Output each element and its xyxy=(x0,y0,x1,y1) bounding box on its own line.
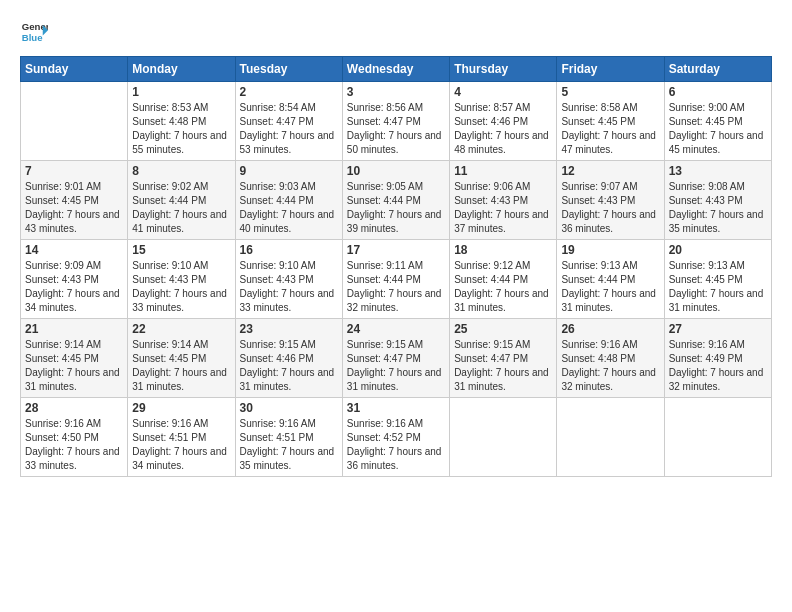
weekday-saturday: Saturday xyxy=(664,57,771,82)
day-number: 31 xyxy=(347,401,445,415)
day-info: Sunrise: 9:09 AMSunset: 4:43 PMDaylight:… xyxy=(25,259,123,315)
day-info: Sunrise: 9:12 AMSunset: 4:44 PMDaylight:… xyxy=(454,259,552,315)
day-cell: 18Sunrise: 9:12 AMSunset: 4:44 PMDayligh… xyxy=(450,240,557,319)
weekday-friday: Friday xyxy=(557,57,664,82)
day-cell: 11Sunrise: 9:06 AMSunset: 4:43 PMDayligh… xyxy=(450,161,557,240)
day-number: 30 xyxy=(240,401,338,415)
day-info: Sunrise: 8:54 AMSunset: 4:47 PMDaylight:… xyxy=(240,101,338,157)
day-cell: 30Sunrise: 9:16 AMSunset: 4:51 PMDayligh… xyxy=(235,398,342,477)
day-cell: 25Sunrise: 9:15 AMSunset: 4:47 PMDayligh… xyxy=(450,319,557,398)
day-info: Sunrise: 9:15 AMSunset: 4:47 PMDaylight:… xyxy=(454,338,552,394)
weekday-tuesday: Tuesday xyxy=(235,57,342,82)
day-info: Sunrise: 9:13 AMSunset: 4:44 PMDaylight:… xyxy=(561,259,659,315)
day-info: Sunrise: 9:16 AMSunset: 4:51 PMDaylight:… xyxy=(240,417,338,473)
calendar-page: General Blue SundayMondayTuesdayWednesda… xyxy=(0,0,792,612)
day-number: 1 xyxy=(132,85,230,99)
header: General Blue xyxy=(20,18,772,46)
day-cell xyxy=(557,398,664,477)
day-info: Sunrise: 9:07 AMSunset: 4:43 PMDaylight:… xyxy=(561,180,659,236)
day-info: Sunrise: 9:15 AMSunset: 4:46 PMDaylight:… xyxy=(240,338,338,394)
day-cell: 28Sunrise: 9:16 AMSunset: 4:50 PMDayligh… xyxy=(21,398,128,477)
day-cell: 3Sunrise: 8:56 AMSunset: 4:47 PMDaylight… xyxy=(342,82,449,161)
day-info: Sunrise: 9:16 AMSunset: 4:51 PMDaylight:… xyxy=(132,417,230,473)
day-number: 6 xyxy=(669,85,767,99)
day-info: Sunrise: 9:06 AMSunset: 4:43 PMDaylight:… xyxy=(454,180,552,236)
weekday-header-row: SundayMondayTuesdayWednesdayThursdayFrid… xyxy=(21,57,772,82)
week-row-1: 1Sunrise: 8:53 AMSunset: 4:48 PMDaylight… xyxy=(21,82,772,161)
day-number: 27 xyxy=(669,322,767,336)
day-cell: 10Sunrise: 9:05 AMSunset: 4:44 PMDayligh… xyxy=(342,161,449,240)
day-info: Sunrise: 9:15 AMSunset: 4:47 PMDaylight:… xyxy=(347,338,445,394)
day-number: 26 xyxy=(561,322,659,336)
day-cell: 8Sunrise: 9:02 AMSunset: 4:44 PMDaylight… xyxy=(128,161,235,240)
day-info: Sunrise: 9:01 AMSunset: 4:45 PMDaylight:… xyxy=(25,180,123,236)
day-number: 10 xyxy=(347,164,445,178)
day-info: Sunrise: 9:10 AMSunset: 4:43 PMDaylight:… xyxy=(132,259,230,315)
logo: General Blue xyxy=(20,18,48,46)
day-cell: 2Sunrise: 8:54 AMSunset: 4:47 PMDaylight… xyxy=(235,82,342,161)
day-number: 12 xyxy=(561,164,659,178)
day-cell: 22Sunrise: 9:14 AMSunset: 4:45 PMDayligh… xyxy=(128,319,235,398)
day-cell: 5Sunrise: 8:58 AMSunset: 4:45 PMDaylight… xyxy=(557,82,664,161)
calendar-table: SundayMondayTuesdayWednesdayThursdayFrid… xyxy=(20,56,772,477)
day-number: 8 xyxy=(132,164,230,178)
day-cell: 26Sunrise: 9:16 AMSunset: 4:48 PMDayligh… xyxy=(557,319,664,398)
day-number: 17 xyxy=(347,243,445,257)
day-number: 19 xyxy=(561,243,659,257)
day-info: Sunrise: 9:02 AMSunset: 4:44 PMDaylight:… xyxy=(132,180,230,236)
day-cell: 24Sunrise: 9:15 AMSunset: 4:47 PMDayligh… xyxy=(342,319,449,398)
day-number: 16 xyxy=(240,243,338,257)
day-info: Sunrise: 8:57 AMSunset: 4:46 PMDaylight:… xyxy=(454,101,552,157)
day-number: 3 xyxy=(347,85,445,99)
day-number: 2 xyxy=(240,85,338,99)
day-info: Sunrise: 9:08 AMSunset: 4:43 PMDaylight:… xyxy=(669,180,767,236)
day-cell: 15Sunrise: 9:10 AMSunset: 4:43 PMDayligh… xyxy=(128,240,235,319)
week-row-5: 28Sunrise: 9:16 AMSunset: 4:50 PMDayligh… xyxy=(21,398,772,477)
weekday-sunday: Sunday xyxy=(21,57,128,82)
day-number: 5 xyxy=(561,85,659,99)
day-cell: 20Sunrise: 9:13 AMSunset: 4:45 PMDayligh… xyxy=(664,240,771,319)
day-info: Sunrise: 8:53 AMSunset: 4:48 PMDaylight:… xyxy=(132,101,230,157)
day-cell: 27Sunrise: 9:16 AMSunset: 4:49 PMDayligh… xyxy=(664,319,771,398)
day-number: 13 xyxy=(669,164,767,178)
week-row-3: 14Sunrise: 9:09 AMSunset: 4:43 PMDayligh… xyxy=(21,240,772,319)
day-cell xyxy=(21,82,128,161)
day-cell: 13Sunrise: 9:08 AMSunset: 4:43 PMDayligh… xyxy=(664,161,771,240)
day-info: Sunrise: 9:16 AMSunset: 4:49 PMDaylight:… xyxy=(669,338,767,394)
day-number: 11 xyxy=(454,164,552,178)
day-cell: 23Sunrise: 9:15 AMSunset: 4:46 PMDayligh… xyxy=(235,319,342,398)
svg-text:Blue: Blue xyxy=(22,32,43,43)
day-number: 7 xyxy=(25,164,123,178)
day-number: 29 xyxy=(132,401,230,415)
day-cell: 31Sunrise: 9:16 AMSunset: 4:52 PMDayligh… xyxy=(342,398,449,477)
day-number: 23 xyxy=(240,322,338,336)
day-cell: 21Sunrise: 9:14 AMSunset: 4:45 PMDayligh… xyxy=(21,319,128,398)
day-cell: 6Sunrise: 9:00 AMSunset: 4:45 PMDaylight… xyxy=(664,82,771,161)
logo-icon: General Blue xyxy=(20,18,48,46)
day-info: Sunrise: 8:56 AMSunset: 4:47 PMDaylight:… xyxy=(347,101,445,157)
week-row-4: 21Sunrise: 9:14 AMSunset: 4:45 PMDayligh… xyxy=(21,319,772,398)
day-number: 14 xyxy=(25,243,123,257)
day-info: Sunrise: 9:16 AMSunset: 4:50 PMDaylight:… xyxy=(25,417,123,473)
day-info: Sunrise: 9:11 AMSunset: 4:44 PMDaylight:… xyxy=(347,259,445,315)
weekday-wednesday: Wednesday xyxy=(342,57,449,82)
day-number: 28 xyxy=(25,401,123,415)
day-number: 9 xyxy=(240,164,338,178)
day-cell: 14Sunrise: 9:09 AMSunset: 4:43 PMDayligh… xyxy=(21,240,128,319)
day-info: Sunrise: 9:16 AMSunset: 4:48 PMDaylight:… xyxy=(561,338,659,394)
day-number: 18 xyxy=(454,243,552,257)
day-cell: 1Sunrise: 8:53 AMSunset: 4:48 PMDaylight… xyxy=(128,82,235,161)
day-info: Sunrise: 9:03 AMSunset: 4:44 PMDaylight:… xyxy=(240,180,338,236)
day-cell: 16Sunrise: 9:10 AMSunset: 4:43 PMDayligh… xyxy=(235,240,342,319)
day-cell: 7Sunrise: 9:01 AMSunset: 4:45 PMDaylight… xyxy=(21,161,128,240)
weekday-thursday: Thursday xyxy=(450,57,557,82)
day-cell: 9Sunrise: 9:03 AMSunset: 4:44 PMDaylight… xyxy=(235,161,342,240)
day-number: 24 xyxy=(347,322,445,336)
day-number: 20 xyxy=(669,243,767,257)
day-number: 15 xyxy=(132,243,230,257)
day-info: Sunrise: 9:13 AMSunset: 4:45 PMDaylight:… xyxy=(669,259,767,315)
day-info: Sunrise: 9:16 AMSunset: 4:52 PMDaylight:… xyxy=(347,417,445,473)
day-cell: 12Sunrise: 9:07 AMSunset: 4:43 PMDayligh… xyxy=(557,161,664,240)
day-info: Sunrise: 9:10 AMSunset: 4:43 PMDaylight:… xyxy=(240,259,338,315)
day-number: 25 xyxy=(454,322,552,336)
